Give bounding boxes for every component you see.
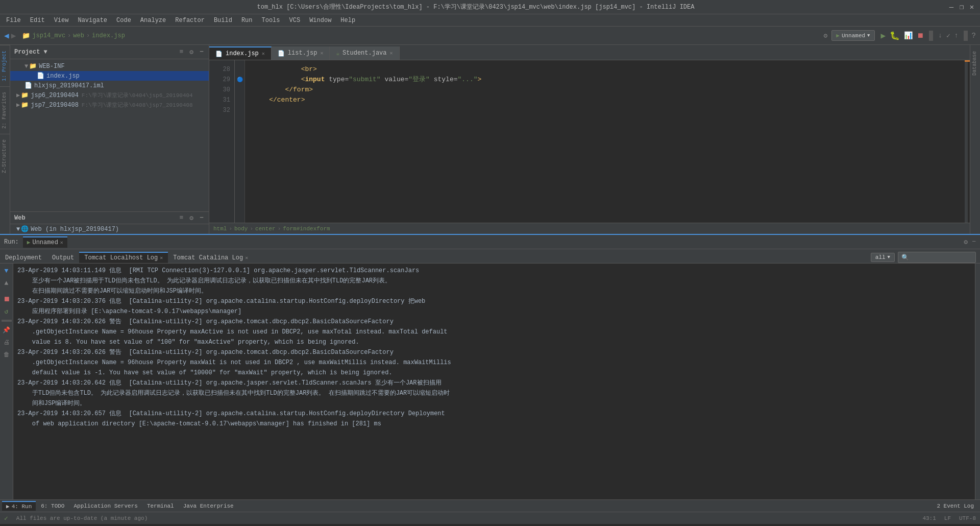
- git-update[interactable]: ↓: [938, 32, 942, 39]
- forward-icon[interactable]: ▶: [11, 31, 16, 41]
- bc-center[interactable]: center: [255, 226, 276, 232]
- menu-build[interactable]: Build: [210, 16, 236, 25]
- tab-output[interactable]: Output: [47, 253, 79, 263]
- run-with-coverage[interactable]: 📊: [904, 31, 913, 40]
- line-ending[interactable]: LF: [944, 515, 951, 521]
- tab-studentjava[interactable]: ☕ Student.java ✕: [330, 46, 399, 60]
- settings-icon[interactable]: ⚙: [823, 32, 827, 40]
- run-label: Run:: [4, 238, 19, 246]
- project-options-icon[interactable]: ≡: [179, 47, 185, 57]
- event-log-btn[interactable]: 2 Event Log: [933, 503, 978, 509]
- minimize-btn[interactable]: —: [947, 3, 955, 11]
- run-panel-minimize[interactable]: −: [972, 238, 976, 246]
- tab-project[interactable]: 1: Project: [0, 45, 10, 86]
- tab-indexjsp-close[interactable]: ✕: [262, 51, 265, 57]
- console-output[interactable]: 23-Apr-2019 14:03:11.149 信息 [RMI TCP Con…: [13, 264, 975, 499]
- menu-help[interactable]: Help: [336, 16, 359, 25]
- run-tab-unnamed[interactable]: ▶ Unnamed ✕: [23, 236, 67, 248]
- stop-button[interactable]: ⏹: [917, 32, 924, 40]
- menu-run[interactable]: Run: [237, 16, 257, 25]
- tab-tomcat-catalina[interactable]: Tomcat Catalina Log ✕: [168, 253, 253, 263]
- bottom-tab-terminal[interactable]: Terminal: [143, 502, 178, 510]
- run-tab-close[interactable]: ✕: [60, 240, 63, 246]
- btn-scroll-start[interactable]: ▲: [2, 278, 12, 288]
- menu-file[interactable]: File: [2, 16, 25, 25]
- bc-body[interactable]: body: [234, 226, 248, 232]
- btn-trash[interactable]: 🗑: [2, 349, 12, 360]
- console-scrollbar[interactable]: [975, 264, 980, 499]
- indexjsp-label: index.jsp: [46, 73, 80, 80]
- tab-indexjsp-icon: 📄: [215, 51, 223, 57]
- tab-database[interactable]: Database: [970, 45, 979, 82]
- menu-analyze[interactable]: Analyze: [136, 16, 170, 25]
- search-input[interactable]: [911, 253, 972, 261]
- tree-item-iml[interactable]: 📄 hlxjsp_20190417.iml: [10, 81, 209, 90]
- project-settings-icon[interactable]: ⚙: [188, 47, 194, 57]
- btn-rerun[interactable]: ↺: [2, 306, 12, 317]
- run-button[interactable]: ▶: [881, 31, 886, 41]
- back-icon[interactable]: ◀: [4, 31, 9, 41]
- bc-indexjsp[interactable]: index.jsp: [92, 32, 125, 39]
- tab-listjsp-close[interactable]: ✕: [320, 50, 323, 56]
- close-btn[interactable]: ✕: [968, 3, 976, 11]
- encoding[interactable]: UTF-8: [959, 515, 976, 521]
- gutter-breakpoint[interactable]: 🔵: [235, 75, 244, 85]
- iml-icon: 📄: [24, 82, 32, 89]
- btn-print[interactable]: 🖨: [2, 337, 12, 347]
- git-push[interactable]: ↑: [954, 32, 959, 39]
- tab-tomcat-localhost[interactable]: Tomcat Localhost Log ✕: [79, 252, 168, 263]
- menu-window[interactable]: Window: [305, 16, 335, 25]
- btn-scroll-end[interactable]: ▼: [2, 266, 12, 276]
- menu-view[interactable]: View: [50, 16, 73, 25]
- menu-vcs[interactable]: VCS: [285, 16, 305, 25]
- bottom-tab-javaee[interactable]: Java Enterprise: [179, 502, 238, 510]
- menu-tools[interactable]: Tools: [258, 16, 284, 25]
- search-icon: 🔍: [901, 254, 909, 261]
- tab-deployment[interactable]: Deployment: [0, 253, 47, 263]
- menu-navigate[interactable]: Navigate: [74, 16, 111, 25]
- tree-item-indexjsp[interactable]: 📄 index.jsp: [10, 71, 209, 81]
- menu-code[interactable]: Code: [112, 16, 135, 25]
- project-panel: Project ▼ ≡ ⚙ − ▼ 📁 WEB-INF 📄 index.jsp: [10, 45, 209, 234]
- bc-web[interactable]: web: [73, 32, 84, 39]
- log-filter: all ▼ 🔍: [867, 252, 980, 263]
- tomcat-catalina-close[interactable]: ✕: [245, 255, 248, 261]
- debug-button[interactable]: 🐛: [890, 31, 900, 41]
- tab-studentjava-close[interactable]: ✕: [390, 50, 393, 56]
- tomcat-localhost-close[interactable]: ✕: [160, 255, 163, 261]
- btn-pin[interactable]: 📌: [2, 325, 12, 335]
- bc-jsp14[interactable]: jsp14_mvc: [32, 32, 65, 39]
- btn-stop-run[interactable]: ⏹: [2, 294, 12, 304]
- bottom-tab-run[interactable]: ▶ 4: Run: [2, 501, 36, 511]
- git-commit[interactable]: ✓: [946, 32, 950, 40]
- tab-listjsp[interactable]: 📄 list.jsp ✕: [272, 46, 330, 60]
- bc-html[interactable]: html: [213, 226, 227, 232]
- menu-refactor[interactable]: Refactor: [171, 16, 209, 25]
- help-icon[interactable]: ?: [972, 32, 976, 40]
- maximize-btn[interactable]: ❐: [958, 3, 966, 11]
- console-area: ▼ ▲ ⏹ ↺ 📌 🖨 🗑 23-Apr-2019 14:03:11.149 信…: [0, 264, 980, 499]
- filter-dropdown[interactable]: all ▼: [871, 253, 895, 262]
- bottom-tab-todo[interactable]: 6: TODO: [37, 502, 68, 510]
- bc-form[interactable]: form#indexform: [283, 226, 330, 232]
- web-item[interactable]: ▼ 🌐 Web (in hlxjsp_20190417): [10, 224, 209, 234]
- dropdown-arrow: ▼: [867, 33, 870, 38]
- tab-favorites[interactable]: 2: Favorites: [0, 86, 10, 134]
- tree-item-jsp6[interactable]: ▶ 📁 jsp6_20190404 F:\学习\课堂记录\0404\jsp6_2…: [10, 90, 209, 100]
- bottom-panel: Run: ▶ Unnamed ✕ ⚙ − Deployment Output T…: [0, 234, 980, 499]
- run-panel-settings[interactable]: ⚙: [964, 238, 968, 246]
- bottom-tab-appservers[interactable]: Application Servers: [69, 502, 141, 510]
- web-settings[interactable]: ⚙: [188, 213, 194, 223]
- menu-edit[interactable]: Edit: [26, 16, 49, 25]
- project-collapse-icon[interactable]: −: [199, 47, 205, 57]
- left-vertical-tabs: 1: Project 2: Favorites Z-Structure: [0, 45, 10, 234]
- code-area[interactable]: <br> <input type="submit" value="登录" sty…: [245, 60, 965, 223]
- web-options[interactable]: ≡: [179, 213, 185, 223]
- tab-indexjsp[interactable]: 📄 index.jsp ✕: [209, 46, 272, 60]
- cursor-position[interactable]: 43:1: [922, 515, 936, 521]
- web-collapse[interactable]: −: [199, 213, 205, 223]
- tree-item-jsp7[interactable]: ▶ 📁 jsp7_20190408 F:\学习\课堂记录\0408\jsp7_2…: [10, 100, 209, 110]
- run-config-dropdown[interactable]: ▶ Unnamed ▼: [831, 30, 874, 41]
- tree-item-webinf[interactable]: ▼ 📁 WEB-INF: [10, 61, 209, 71]
- tab-structure[interactable]: Z-Structure: [0, 134, 10, 178]
